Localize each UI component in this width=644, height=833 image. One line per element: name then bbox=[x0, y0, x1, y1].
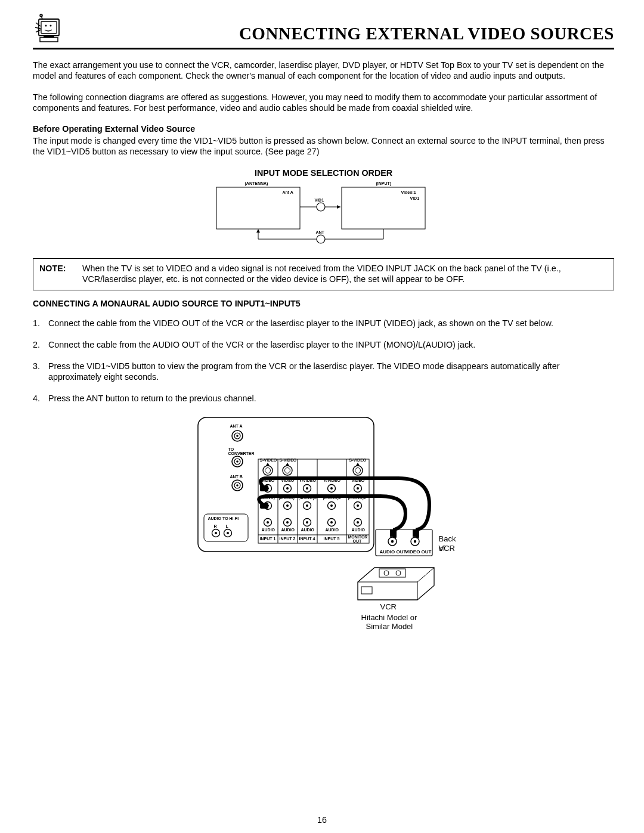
label-input5: INPUT 5 bbox=[324, 537, 340, 542]
svg-marker-18 bbox=[256, 229, 260, 233]
svg-point-28 bbox=[236, 484, 239, 487]
label-video-3: VIDEO bbox=[352, 478, 365, 484]
svg-point-9 bbox=[317, 203, 325, 211]
note-text: When the TV is set to VIDEO and a video … bbox=[82, 264, 608, 285]
svg-point-42 bbox=[283, 466, 292, 475]
step-2: 2.Connect the cable from the AUDIO OUT o… bbox=[33, 340, 614, 351]
svg-point-40 bbox=[263, 466, 273, 475]
svg-point-68 bbox=[357, 504, 359, 507]
svg-marker-48 bbox=[356, 463, 360, 466]
step-1: 1.Connect the cable from the VIDEO OUT o… bbox=[33, 318, 614, 329]
label-audio-5: AUDIO bbox=[352, 528, 366, 533]
svg-point-31 bbox=[215, 532, 217, 534]
svg-point-44 bbox=[353, 466, 363, 475]
label-audioout: AUDIO OUT bbox=[380, 549, 407, 555]
label-input1: INPUT 1 bbox=[260, 537, 276, 542]
logo-icon bbox=[33, 12, 66, 45]
label-video-2: VIDEO bbox=[281, 478, 295, 484]
svg-point-64 bbox=[306, 504, 308, 507]
label-audio-4: AUDIO bbox=[326, 528, 339, 533]
label-input2: INPUT 2 bbox=[280, 537, 296, 542]
svg-point-78 bbox=[357, 521, 359, 524]
svg-point-83 bbox=[413, 540, 416, 543]
svg-point-43 bbox=[284, 467, 290, 473]
label-video-1: VIDEO bbox=[262, 478, 275, 484]
label-mono-4: (MONO)L bbox=[323, 496, 342, 501]
svg-rect-85 bbox=[260, 503, 268, 509]
label-l: L bbox=[226, 524, 228, 529]
label-mono-2: (MONO) bbox=[279, 496, 295, 501]
svg-marker-46 bbox=[266, 463, 270, 466]
page-header: CONNECTING EXTERNAL VIDEO SOURCES bbox=[33, 12, 614, 49]
label-vcr2: VCR bbox=[380, 602, 397, 612]
label-antenna: (ANTENNA) bbox=[245, 181, 268, 187]
label-svideo-2: S-VIDEO bbox=[280, 458, 297, 463]
label-hitachi2: Similar Model bbox=[366, 622, 413, 631]
label-r: R bbox=[214, 524, 217, 529]
input-mode-diagram: (ANTENNA) (INPUT) Ant A Video:1 VID1 VID… bbox=[205, 181, 443, 244]
svg-point-33 bbox=[227, 532, 229, 534]
label-yvideo-2: Y/VIDEO bbox=[324, 478, 340, 484]
page-number: 16 bbox=[0, 815, 644, 826]
svg-point-10 bbox=[317, 235, 325, 243]
label-yvideo-1: Y/VIDEO bbox=[299, 478, 316, 484]
svg-point-45 bbox=[355, 467, 360, 473]
svg-point-70 bbox=[267, 521, 269, 524]
svg-point-3 bbox=[50, 25, 52, 27]
label-antb: ANT B bbox=[230, 475, 243, 480]
label-svideo-3: S-VIDEO bbox=[349, 458, 367, 463]
subheading-monaural: CONNECTING A MONAURAL AUDIO SOURCE TO IN… bbox=[33, 299, 614, 309]
label-svideo-1: S-VIDEO bbox=[260, 458, 277, 463]
label-vid1-left: VID1 bbox=[315, 198, 324, 203]
connection-diagram: ANT A TO CONVERTER ANT B AUDIO TO HI-FI … bbox=[196, 415, 452, 642]
label-monout2: OUT bbox=[353, 539, 362, 544]
svg-point-72 bbox=[286, 521, 289, 524]
label-vid1-right: VID1 bbox=[410, 196, 420, 202]
step-3: 3.Press the VID1~VID5 button to view the… bbox=[33, 361, 614, 383]
svg-point-54 bbox=[306, 487, 308, 490]
label-input: (INPUT) bbox=[376, 181, 392, 187]
label-mono-1: (MONO) bbox=[259, 496, 275, 501]
label-ant: ANT bbox=[316, 230, 324, 236]
svg-marker-47 bbox=[286, 463, 289, 466]
paragraph-input-mode: The input mode is changed every time the… bbox=[33, 136, 614, 157]
intro-paragraph-1: The exact arrangement you use to connect… bbox=[33, 60, 614, 82]
svg-marker-13 bbox=[337, 205, 340, 209]
svg-point-76 bbox=[330, 521, 333, 524]
label-anta: Ant A bbox=[283, 190, 293, 196]
svg-point-22 bbox=[236, 435, 239, 437]
svg-point-25 bbox=[236, 460, 239, 463]
svg-point-56 bbox=[330, 487, 333, 490]
step-4: 4.Press the ANT button to return to the … bbox=[33, 394, 614, 404]
svg-point-2 bbox=[45, 25, 47, 27]
svg-point-81 bbox=[391, 540, 393, 543]
label-anta: ANT A bbox=[230, 424, 243, 429]
svg-point-41 bbox=[265, 467, 270, 473]
svg-rect-5 bbox=[40, 38, 58, 42]
svg-rect-1 bbox=[41, 21, 57, 33]
label-vcr: VCR bbox=[439, 544, 455, 553]
label-hitachi1: Hitachi Model or bbox=[361, 613, 417, 623]
label-audio-3: AUDIO bbox=[301, 528, 315, 533]
svg-point-74 bbox=[306, 521, 308, 524]
label-videoout: VIDEO OUT bbox=[405, 549, 432, 555]
svg-point-52 bbox=[286, 487, 289, 490]
steps-list: 1.Connect the cable from the VIDEO OUT o… bbox=[33, 318, 614, 404]
note-label: NOTE: bbox=[39, 264, 82, 285]
subheading-before-operating: Before Operating External Video Source bbox=[33, 124, 614, 135]
input-mode-title: INPUT MODE SELECTION ORDER bbox=[33, 168, 614, 179]
svg-point-62 bbox=[286, 504, 289, 507]
note-box: NOTE: When the TV is set to VIDEO and a … bbox=[33, 258, 614, 290]
label-input4: INPUT 4 bbox=[299, 537, 315, 542]
label-mono-3: (MONO)L bbox=[299, 496, 317, 501]
label-video1: Video:1 bbox=[401, 190, 416, 196]
svg-point-66 bbox=[330, 504, 333, 507]
label-toconv2: CONVERTER bbox=[228, 451, 255, 457]
page-title: CONNECTING EXTERNAL VIDEO SOURCES bbox=[78, 23, 614, 45]
label-audio-2: AUDIO bbox=[281, 528, 295, 533]
svg-point-58 bbox=[357, 487, 359, 490]
label-audio-1: AUDIO bbox=[262, 528, 275, 533]
intro-paragraph-2: The following connection diagrams are of… bbox=[33, 92, 614, 114]
svg-rect-84 bbox=[260, 485, 268, 491]
label-audiohifi: AUDIO TO HI-FI bbox=[208, 516, 239, 522]
